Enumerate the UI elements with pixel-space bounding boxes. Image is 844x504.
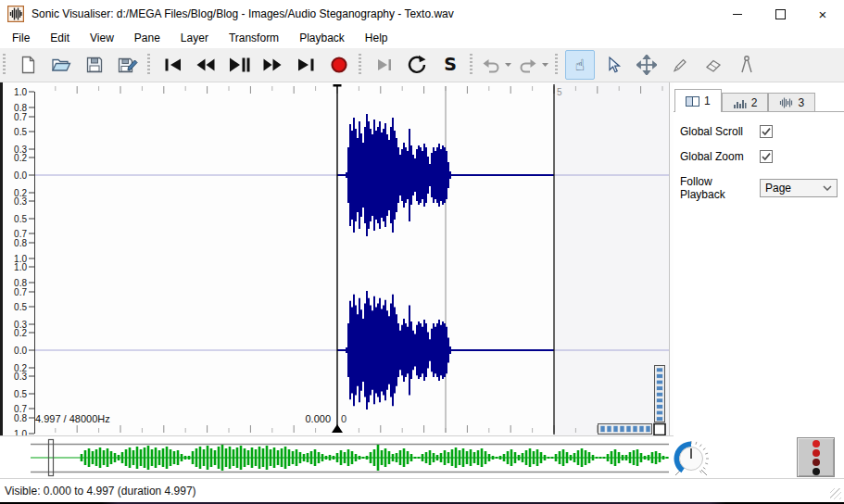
menu-transform[interactable]: Transform: [219, 29, 289, 47]
play-pause-button[interactable]: [224, 50, 254, 80]
record-icon: [329, 55, 349, 75]
loop-playback-icon: [407, 55, 427, 75]
horizontal-zoom-wheel[interactable]: [598, 424, 652, 435]
toolbar-gripper[interactable]: [3, 54, 6, 76]
follow-playback-row: Follow Playback Page: [680, 175, 844, 201]
record-button[interactable]: [324, 50, 354, 80]
svg-text:0.8: 0.8: [14, 238, 27, 248]
maximize-button[interactable]: [759, 0, 801, 28]
fast-forward-icon: [261, 56, 283, 74]
close-button[interactable]: ×: [801, 0, 844, 28]
redo-button[interactable]: [517, 50, 550, 80]
pane-tab-2[interactable]: 2: [722, 93, 769, 112]
pane-resize-handle[interactable]: [654, 424, 665, 435]
play-selection-button[interactable]: [369, 50, 398, 80]
undo-icon: [481, 57, 501, 74]
solo-button[interactable]: S: [435, 50, 465, 80]
overview-svg: [0, 436, 670, 478]
toolbar-gripper[interactable]: [555, 54, 558, 76]
toolbar-group-playback-transport: [145, 48, 356, 82]
svg-text:0.5: 0.5: [14, 214, 27, 224]
playback-speed-knob[interactable]: [670, 436, 712, 478]
global-zoom-checkbox[interactable]: [760, 150, 773, 163]
rewind-to-start-button[interactable]: [157, 50, 187, 80]
svg-text:0.3: 0.3: [14, 372, 27, 382]
svg-text:0.7: 0.7: [14, 112, 27, 122]
panes-icon: [686, 96, 699, 107]
waveform-pane-svg: 1.00.80.70.50.30.20.00.20.30.50.70.81.01…: [0, 82, 674, 436]
follow-playback-select[interactable]: Page: [760, 179, 838, 197]
minimize-button[interactable]: [716, 0, 759, 28]
menu-help[interactable]: Help: [355, 29, 398, 47]
close-icon: ×: [819, 7, 827, 21]
follow-playback-value: Page: [761, 182, 791, 195]
save-session-as-icon: [118, 56, 138, 74]
new-session-button[interactable]: [13, 50, 43, 80]
edit-tool-icon: [636, 55, 657, 75]
measure-tool-button[interactable]: [732, 50, 762, 80]
go-to-end-button[interactable]: [291, 50, 321, 80]
erase-tool-button[interactable]: [699, 50, 728, 80]
play-selection-icon: [373, 56, 394, 74]
app-icon: [7, 6, 24, 22]
waveform-pane[interactable]: 1.00.80.70.50.30.20.00.20.30.50.70.81.01…: [0, 82, 674, 436]
open-file-button[interactable]: [46, 50, 76, 80]
pane-tab-3[interactable]: 3: [768, 93, 815, 112]
pane-properties: Global Scroll Global Zoom: [674, 112, 844, 201]
fast-forward-button[interactable]: [258, 50, 287, 80]
menu-layer[interactable]: Layer: [170, 29, 219, 47]
playback-level-button[interactable]: [797, 437, 835, 477]
menu-playback[interactable]: Playback: [289, 29, 355, 47]
save-session-icon: [85, 56, 104, 74]
svg-text:S: S: [444, 55, 457, 74]
save-session-as-button[interactable]: [113, 50, 143, 80]
toolbar-gripper[interactable]: [470, 54, 472, 76]
select-tool-button[interactable]: [598, 50, 628, 80]
pane-tab-1[interactable]: 1: [674, 89, 722, 112]
chevron-down-icon: [823, 185, 832, 191]
global-scroll-checkbox[interactable]: [760, 125, 773, 138]
edit-tool-button[interactable]: [632, 50, 661, 80]
toolbar-gripper[interactable]: [359, 54, 361, 76]
follow-playback-label: Follow Playback: [680, 175, 760, 201]
svg-text:1.0: 1.0: [14, 429, 27, 437]
menu-file[interactable]: File: [2, 29, 40, 47]
global-scroll-row: Global Scroll: [680, 125, 844, 138]
ruler-label-0: 0: [341, 413, 346, 424]
duration-samplerate-label: 4.997 / 48000Hz: [35, 413, 110, 424]
draw-tool-button[interactable]: [665, 50, 695, 80]
erase-tool-icon: [703, 56, 724, 74]
svg-text:0.5: 0.5: [14, 302, 27, 312]
toolbar-group-playback-mode: S: [356, 48, 467, 82]
rewind-button[interactable]: [191, 50, 220, 80]
pane-tab-label: 1: [704, 94, 711, 107]
statusbar: Visible: 0.000 to 4.997 (duration 4.997): [0, 478, 844, 502]
navigate-tool-button[interactable]: ☝: [565, 50, 595, 80]
menu-view[interactable]: View: [80, 29, 124, 47]
ruler-label-5: 5: [557, 87, 562, 97]
select-tool-icon: [605, 56, 622, 74]
svg-text:0.0: 0.0: [14, 346, 27, 356]
svg-text:0.0: 0.0: [14, 170, 27, 181]
measure-tool-icon: [738, 55, 755, 75]
undo-button[interactable]: [480, 50, 513, 80]
layers-icon: [733, 98, 747, 108]
loop-playback-button[interactable]: [402, 50, 432, 80]
overview-panner[interactable]: [0, 436, 670, 478]
toolbar-group-history: [467, 48, 552, 82]
svg-text:0.2: 0.2: [14, 328, 27, 338]
rewind-to-start-icon: [162, 56, 183, 74]
current-pane-edge: [0, 82, 3, 436]
resize-grip[interactable]: [830, 488, 841, 499]
menu-pane[interactable]: Pane: [124, 29, 170, 47]
vertical-zoom-wheel[interactable]: [655, 366, 665, 422]
playhead-time-label: 0.000: [305, 413, 331, 424]
save-session-button[interactable]: [80, 50, 109, 80]
redo-icon: [518, 57, 538, 74]
menu-edit[interactable]: Edit: [40, 29, 80, 47]
toolbar-gripper[interactable]: [147, 54, 150, 76]
svg-text:1.0: 1.0: [14, 87, 27, 97]
svg-text:1.0: 1.0: [14, 262, 27, 272]
navigate-tool-icon: ☝: [571, 55, 589, 75]
new-session-icon: [19, 56, 37, 74]
